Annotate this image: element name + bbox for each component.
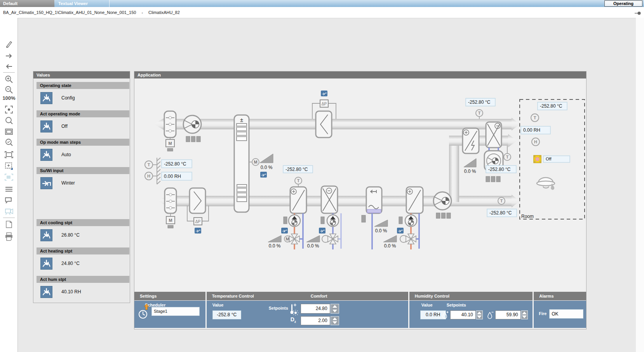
value-row: 40.10 RH <box>33 283 130 301</box>
svg-text:M: M <box>285 237 289 241</box>
settings-section: Scheduler Stage1 <box>134 301 205 328</box>
comment-icon[interactable] <box>4 195 14 205</box>
setpoint-button-icon[interactable] <box>40 258 52 270</box>
svg-text:T: T <box>148 162 150 167</box>
svg-text:-252.80 °C: -252.80 °C <box>489 210 512 216</box>
hr-ramp-icon <box>260 154 273 163</box>
scheduler-override-arrow-icon <box>144 304 149 310</box>
supply-filter[interactable]: ΔP <box>187 188 209 234</box>
fire-alarm-field[interactable]: OK <box>549 309 583 319</box>
humidifier-ramp-icon <box>374 220 388 227</box>
zoom-selection-icon[interactable] <box>4 138 14 147</box>
comfort-setpoint-input[interactable]: 24.80 <box>301 304 330 314</box>
back-arrow-icon[interactable] <box>4 62 14 71</box>
input-button-icon[interactable] <box>40 177 52 189</box>
svg-text:-252.80 °C: -252.80 °C <box>540 103 562 109</box>
comfort-setpoint-spinner[interactable] <box>331 304 339 314</box>
extract-damper[interactable]: M <box>164 111 176 151</box>
section-operating-state: Operating state <box>37 82 129 89</box>
toolbar-divider <box>3 218 15 218</box>
deadzone-setpoint-spinner[interactable] <box>331 316 339 325</box>
svg-text:-252.80 °C: -252.80 °C <box>488 167 511 172</box>
setpoint-button-icon[interactable] <box>40 286 52 298</box>
svg-text:M: M <box>169 218 172 223</box>
deadzone-setpoint-input[interactable]: 2.00 <box>301 316 330 325</box>
window-tab-bar: Default Textual Viewer Operating <box>0 0 644 7</box>
hum-high-setpoint-input[interactable]: 59.90 <box>495 310 521 319</box>
pages-icon[interactable] <box>4 220 14 229</box>
hum-high-setpoint-spinner[interactable] <box>521 310 528 319</box>
temp-value-field[interactable]: -252.8 °C <box>212 310 241 319</box>
extract-temp-sensor: T -252.80 °C <box>466 98 495 119</box>
select-area-icon[interactable] <box>4 150 14 159</box>
right-empty-strip <box>636 18 644 352</box>
zoom-in-icon[interactable] <box>4 75 14 84</box>
temp-value-label: Value <box>212 303 224 307</box>
operating-mode-button[interactable]: Operating <box>604 0 642 7</box>
section-act-cooling-stpt: Act cooling stpt <box>37 219 129 226</box>
svg-text:0.0 %: 0.0 % <box>464 169 476 174</box>
hum-low-setpoint-spinner[interactable] <box>476 310 483 319</box>
window-fit-icon[interactable] <box>4 127 14 136</box>
application-panel-title: Application <box>134 71 586 78</box>
setpoint-button-icon[interactable] <box>40 120 52 132</box>
select-object-icon[interactable] <box>4 173 14 182</box>
heater-ramp-icon <box>464 159 476 167</box>
svg-text:-252.80 °C: -252.80 °C <box>468 99 491 105</box>
cooling-coil[interactable]: 0.0 % <box>306 186 341 249</box>
humidity-section: Value 0.0 RH Setpoints 40.10 59.90 <box>409 301 533 328</box>
reheat-exchanger[interactable]: T -252.80 °C <box>484 122 516 182</box>
svg-text:T: T <box>506 155 509 159</box>
fit-view-icon[interactable] <box>4 105 14 114</box>
heating-coil-1[interactable]: T -252.80 °C M 0.0 % <box>268 166 313 249</box>
room-label: Room <box>521 214 534 219</box>
extract-fan[interactable] <box>183 115 201 133</box>
value-row: Config <box>33 89 130 107</box>
layers-icon[interactable] <box>4 184 14 193</box>
section-act-operating-mode: Act operating mode <box>37 110 129 117</box>
setpoint-button-icon[interactable] <box>40 149 52 161</box>
value-row: 24.80 °C <box>33 254 130 272</box>
act-heating-stpt-value: 24.80 °C <box>61 261 80 266</box>
fire-alarm-icon[interactable] <box>534 155 541 163</box>
camera-icon[interactable] <box>4 207 14 216</box>
value-row: 26.80 °C <box>33 226 130 244</box>
hum-value-label: Value <box>421 303 433 307</box>
value-row: Winter <box>33 174 130 192</box>
edit-pen-icon[interactable] <box>4 40 14 49</box>
hum-setpoints-label: Setpoints <box>447 303 466 307</box>
breadcrumb-device: ClimatixAHU_82 <box>148 10 180 15</box>
forward-arrow-icon[interactable] <box>4 51 14 61</box>
setpoint-button-icon[interactable] <box>40 92 52 104</box>
hum-low-setpoint-input[interactable]: 40.10 <box>450 310 476 319</box>
setpoint-button-icon[interactable] <box>40 229 52 241</box>
svg-text:0.00 RH: 0.00 RH <box>523 127 540 133</box>
print-icon[interactable] <box>4 232 14 241</box>
pin-icon[interactable] <box>635 12 641 15</box>
svg-text:H: H <box>534 139 537 144</box>
svg-text:0.0 %: 0.0 % <box>375 228 387 234</box>
scheduler-input[interactable]: Stage1 <box>151 307 200 316</box>
application-panel: Application <box>134 71 587 329</box>
tab-textual-viewer[interactable]: Textual Viewer <box>55 0 110 7</box>
su-wi-input-value: Winter <box>61 180 75 186</box>
extract-filter[interactable]: ΔP <box>312 91 336 138</box>
electric-heater[interactable]: 0.0 % <box>463 128 479 174</box>
pan-view-icon[interactable] <box>4 161 14 171</box>
breadcrumb-separator: - <box>141 10 143 15</box>
magnifier-icon[interactable] <box>4 116 14 125</box>
svg-text:M: M <box>168 141 172 146</box>
op-mode-man-steps-value: Auto <box>61 152 71 157</box>
supply-fan[interactable] <box>433 192 451 210</box>
section-op-mode-man-steps: Op mode man steps <box>37 139 129 146</box>
smoke-detector-icon[interactable] <box>537 178 555 190</box>
values-panel-title: Values <box>33 71 130 78</box>
bottom-control-bar: Settings Temperature ControlComfort Humi… <box>134 292 586 328</box>
zoom-out-icon[interactable] <box>4 85 14 94</box>
alarms-section: Fire OK <box>534 301 586 328</box>
heat-recovery-unit[interactable]: ± <box>234 115 249 212</box>
tab-default[interactable]: Default <box>0 0 54 7</box>
zoom-level[interactable]: 100% <box>1 95 17 101</box>
temperature-header: Temperature ControlComfort <box>207 292 408 300</box>
supply-damper[interactable]: M <box>165 188 176 228</box>
